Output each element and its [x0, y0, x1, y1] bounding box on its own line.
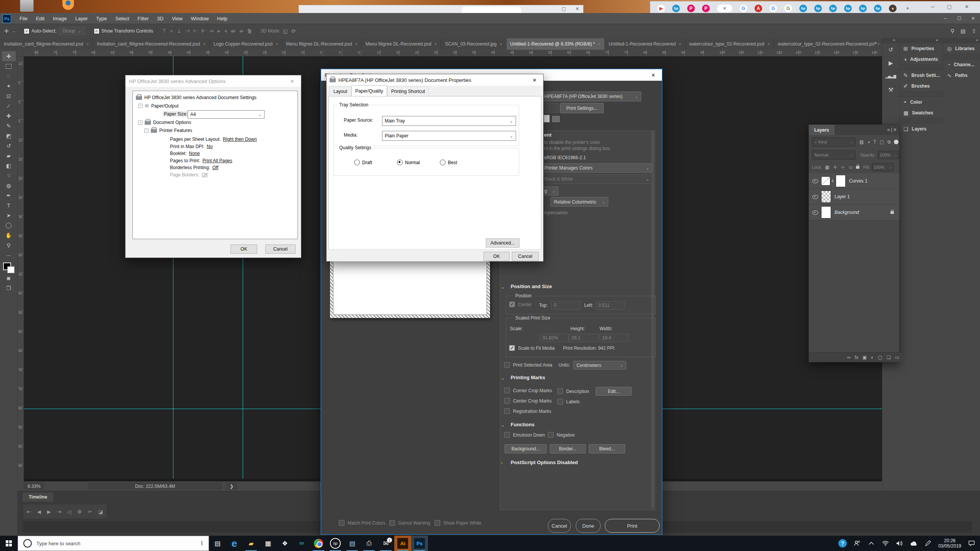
panel-layers[interactable]: ❏Layers: [900, 124, 943, 134]
chevron-down-icon[interactable]: ⌄: [501, 423, 505, 428]
maximize-icon[interactable]: ▢: [947, 4, 952, 10]
background-color[interactable]: [7, 266, 15, 273]
chevron-right-icon[interactable]: ›: [501, 460, 503, 465]
browser-tab-favicon[interactable]: ▶: [657, 5, 665, 12]
align-icon[interactable]: ⫣: [224, 28, 227, 34]
timeline-control-icon[interactable]: ✂: [88, 509, 92, 515]
layer-name[interactable]: Curves 1: [849, 178, 867, 184]
maximize-icon[interactable]: ▢: [562, 6, 566, 11]
pen-icon[interactable]: [924, 540, 932, 546]
print-selected-area-checkbox[interactable]: [504, 362, 510, 368]
clone-stamp-tool[interactable]: ◩: [2, 131, 16, 141]
curves-adjustment-icon[interactable]: [821, 176, 830, 186]
align-icon[interactable]: ⫢: [217, 28, 220, 34]
minimize-icon[interactable]: ─: [931, 4, 934, 10]
path-selection-tool[interactable]: ➤: [2, 210, 16, 220]
cancel-button[interactable]: Cancel: [512, 252, 539, 261]
advanced-button[interactable]: Advanced...: [486, 238, 519, 248]
menu-edit[interactable]: Edit: [32, 16, 49, 21]
panel-color[interactable]: ◓Color: [900, 97, 943, 108]
tab-overflow-chevron[interactable]: »: [874, 40, 877, 46]
cancel-button[interactable]: Cancel: [265, 245, 296, 254]
close-tab-icon[interactable]: ×: [355, 42, 357, 46]
document-tab[interactable]: Menu filigree DL-Recovered.psd×: [282, 38, 362, 50]
timeline-control-icon[interactable]: ⇤: [27, 509, 31, 515]
close-icon[interactable]: ✕: [284, 75, 301, 87]
opacity-field[interactable]: 100%⌄: [878, 151, 899, 159]
scale-to-fit-checkbox[interactable]: ✓: [509, 345, 515, 351]
chevron-down-icon[interactable]: ⌄: [501, 285, 505, 290]
close-icon[interactable]: ✕: [965, 4, 969, 10]
normal-radio[interactable]: [397, 160, 403, 165]
screen-mode-button[interactable]: ❐: [2, 283, 16, 293]
lock-icon[interactable]: ⊹: [841, 165, 845, 170]
maximize-icon[interactable]: ☐: [952, 13, 966, 24]
layer-row[interactable]: Background: [809, 205, 899, 220]
postscript-header[interactable]: PostScript Options Disabled: [511, 460, 578, 465]
browser-tab-favicon[interactable]: hp: [859, 5, 867, 12]
media-dropdown[interactable]: Plain Paper⌄: [382, 131, 516, 141]
blender-icon[interactable]: [62, 0, 74, 10]
timeline-control-icon[interactable]: ⚙: [77, 509, 82, 515]
volume-icon[interactable]: [896, 541, 903, 546]
copies-field[interactable]: [541, 103, 559, 113]
portrait-orientation-icon[interactable]: [544, 115, 550, 122]
border-button[interactable]: Border...: [550, 444, 586, 453]
emulsion-down-checkbox[interactable]: [504, 432, 510, 438]
browser-tab-favicon[interactable]: hp: [844, 5, 852, 12]
layer-name[interactable]: Layer 1: [835, 194, 850, 199]
functions-header[interactable]: Functions: [511, 422, 534, 427]
document-tab[interactable]: Logo Copper-Recovered.psd×: [210, 38, 283, 50]
visibility-eye-icon[interactable]: [812, 210, 818, 215]
panel-menu-icon[interactable]: » | ≡: [887, 127, 896, 132]
tab-paper-quality[interactable]: Paper/Quality: [351, 85, 387, 96]
document-tab[interactable]: SCAN_03-Recovered.jpg×: [441, 38, 506, 50]
taskbar-store[interactable]: ▦: [260, 536, 276, 551]
background-button[interactable]: Background...: [505, 444, 547, 453]
landscape-orientation-icon[interactable]: [552, 116, 560, 122]
chevron-down-icon[interactable]: ⌄: [11, 29, 18, 33]
menu-help[interactable]: Help: [213, 16, 232, 21]
close-tab-icon[interactable]: ×: [500, 42, 502, 46]
taskbar-printer[interactable]: ⎙: [361, 536, 377, 551]
close-icon[interactable]: ✕: [966, 13, 980, 24]
close-icon[interactable]: ✕: [575, 6, 579, 11]
document-tab[interactable]: Untitled-1-Recovered-Recovered×: [605, 38, 686, 50]
panel-brushes[interactable]: ✐Brushes: [900, 81, 943, 91]
panel-adjustments[interactable]: ◑Adjustments: [900, 54, 943, 65]
zoom-tool[interactable]: ⚲: [2, 240, 16, 250]
layers-bottom-icon[interactable]: ▣: [862, 355, 867, 360]
taskbar-dropbox[interactable]: ❖: [276, 536, 293, 551]
browser-tab-favicon[interactable]: ✕: [717, 5, 732, 12]
collapsed-panel-icon[interactable]: ↺: [882, 43, 899, 57]
panel-channe-[interactable]: ◔Channe...: [943, 59, 980, 70]
layers-bottom-icon[interactable]: ∞: [847, 355, 851, 360]
browser-tab-favicon[interactable]: hp: [799, 5, 807, 12]
paper-size-label[interactable]: Paper Size:: [163, 111, 189, 117]
taskbar-photoshop[interactable]: Ps: [411, 536, 428, 551]
cancel-button[interactable]: Cancel: [548, 519, 571, 533]
layers-bottom-icon[interactable]: ❏: [887, 355, 891, 360]
ok-button[interactable]: OK: [483, 252, 510, 261]
layer-row[interactable]: ∞ Curves 1: [809, 173, 899, 189]
hand-tool[interactable]: ✋: [2, 230, 16, 240]
layers-bottom-icon[interactable]: ▭: [895, 355, 899, 360]
history-brush-tool[interactable]: ↺: [2, 141, 16, 151]
quick-selection-tool[interactable]: ✦: [2, 81, 16, 91]
chevron-up-icon[interactable]: [867, 542, 875, 545]
taskbar-task-view[interactable]: ▤: [209, 536, 226, 551]
document-tab[interactable]: Menu filigree DL-Recovered.psd×: [362, 38, 441, 50]
document-tab[interactable]: watercolour_type_02-Recovered-Recovered.…: [774, 38, 882, 50]
align-icon[interactable]: ⊩: [201, 28, 206, 34]
filter-toggle-icon[interactable]: [894, 140, 898, 144]
taskbar-chrome[interactable]: [310, 536, 327, 551]
menu-type[interactable]: Type: [92, 16, 111, 21]
document-tab[interactable]: Invitation_card_fliligree-Recovered-Reco…: [93, 38, 210, 50]
lock-icon[interactable]: ▩: [825, 165, 829, 170]
taskbar-search[interactable]: Type here to search ⌇: [18, 536, 209, 551]
printer-feature-item[interactable]: Print in Max DPI:No: [170, 143, 257, 150]
filter-icon[interactable]: ▢: [880, 139, 884, 145]
zoom-level[interactable]: 8.33%: [24, 483, 44, 490]
browser-tab-favicon[interactable]: ●: [889, 5, 897, 12]
wifi-icon[interactable]: [882, 541, 889, 546]
